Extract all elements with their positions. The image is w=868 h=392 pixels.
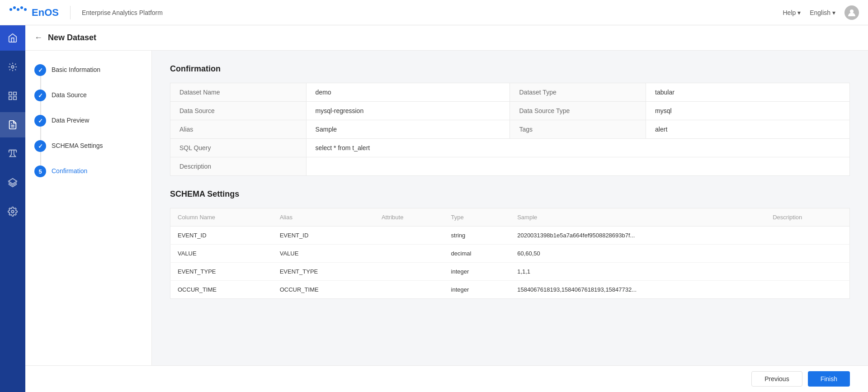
label-alias: Alias <box>170 120 307 139</box>
step-connector-4 <box>40 152 41 165</box>
page-footer: Previous Finish <box>25 365 868 392</box>
previous-button[interactable]: Previous <box>751 371 802 387</box>
schema-table-body: EVENT_IDEVENT_IDstring2020031398b1e5a7a6… <box>170 227 850 299</box>
top-nav-right: Help ▾ English ▾ <box>783 5 859 20</box>
col-header-sample: Sample <box>510 208 765 227</box>
label-dataset-type: Dataset Type <box>510 83 646 102</box>
svg-point-2 <box>17 8 19 11</box>
cell-column_name: OCCUR_TIME <box>170 281 273 299</box>
page-container: ← New Dataset ✓ Basic Information ✓ Data… <box>25 25 868 392</box>
table-row: SQL Query select * from t_alert <box>170 139 850 157</box>
schema-title: SCHEMA Settings <box>170 189 850 199</box>
page-title: New Dataset <box>48 33 96 43</box>
label-tags: Tags <box>510 120 646 139</box>
table-row: VALUEVALUEdecimal60,60,50 <box>170 245 850 263</box>
svg-rect-8 <box>14 92 16 95</box>
value-sql-query: select * from t_alert <box>306 139 849 157</box>
cell-attribute <box>374 227 444 245</box>
cell-sample: 60,60,50 <box>510 245 765 263</box>
svg-rect-7 <box>9 92 12 95</box>
top-nav: EnOS Enterprise Analytics Platform Help … <box>0 0 868 25</box>
table-row: OCCUR_TIMEOCCUR_TIMEinteger1584067618193… <box>170 281 850 299</box>
table-row: Data Source mysql-regression Data Source… <box>170 102 850 120</box>
sidebar-icon-analytics[interactable] <box>0 54 25 80</box>
step-label-5: Confirmation <box>52 165 87 175</box>
step-5: 5 Confirmation <box>34 165 142 177</box>
value-dataset-name: demo <box>306 83 510 102</box>
cell-description <box>765 281 849 299</box>
step-2: ✓ Data Source <box>34 90 142 101</box>
sidebar-icon-settings[interactable] <box>0 199 25 224</box>
finish-button[interactable]: Finish <box>808 371 850 387</box>
table-row: Dataset Name demo Dataset Type tabular <box>170 83 850 102</box>
cell-sample: 1,1,1 <box>510 263 765 281</box>
step-label-4: SCHEMA Settings <box>52 140 103 149</box>
cell-description <box>765 245 849 263</box>
table-row: Alias Sample Tags alert <box>170 120 850 139</box>
table-row: Description <box>170 157 850 176</box>
cell-column_name: EVENT_TYPE <box>170 263 273 281</box>
svg-point-1 <box>13 6 16 9</box>
value-data-source: mysql-regression <box>306 102 510 120</box>
step-circle-2: ✓ <box>34 90 46 101</box>
sidebar-icon-lab[interactable] <box>0 141 25 166</box>
cell-column_name: VALUE <box>170 245 273 263</box>
logo-text: EnOS <box>32 7 59 19</box>
cell-alias: EVENT_TYPE <box>273 263 374 281</box>
content-area: ✓ Basic Information ✓ Data Source ✓ Data… <box>25 51 868 365</box>
step-label-3: Data Preview <box>52 115 89 124</box>
step-label-1: Basic Information <box>52 64 100 73</box>
step-1: ✓ Basic Information <box>34 64 142 76</box>
cell-attribute <box>374 245 444 263</box>
sidebar-icon-dataset[interactable] <box>0 112 25 137</box>
steps-sidebar: ✓ Basic Information ✓ Data Source ✓ Data… <box>25 51 152 365</box>
cell-type: integer <box>444 281 510 299</box>
step-connector-1 <box>40 76 41 90</box>
help-menu[interactable]: Help ▾ <box>783 9 801 16</box>
step-3: ✓ Data Preview <box>34 115 142 127</box>
platform-title: Enterprise Analytics Platform <box>82 9 163 16</box>
svg-point-5 <box>850 9 854 13</box>
step-circle-1: ✓ <box>34 64 46 76</box>
step-label-2: Data Source <box>52 90 87 99</box>
cell-column_name: EVENT_ID <box>170 227 273 245</box>
svg-point-6 <box>11 66 14 68</box>
step-connector-2 <box>40 101 41 115</box>
step-4: ✓ SCHEMA Settings <box>34 140 142 152</box>
header-row: Column Name Alias Attribute Type Sample … <box>170 208 850 227</box>
back-button[interactable]: ← <box>34 33 42 43</box>
col-header-column-name: Column Name <box>170 208 273 227</box>
table-row: EVENT_TYPEEVENT_TYPEinteger1,1,1 <box>170 263 850 281</box>
step-circle-5: 5 <box>34 165 46 177</box>
label-dataset-name: Dataset Name <box>170 83 307 102</box>
sidebar-icon-dashboard[interactable] <box>0 83 25 109</box>
label-description: Description <box>170 157 307 176</box>
logo-dots <box>9 6 27 19</box>
cell-type: integer <box>444 263 510 281</box>
table-row: EVENT_IDEVENT_IDstring2020031398b1e5a7a6… <box>170 227 850 245</box>
user-avatar[interactable] <box>844 5 859 20</box>
cell-sample: 2020031398b1e5a7a664fef9508828693b7f... <box>510 227 765 245</box>
logo-divider <box>70 6 71 19</box>
label-data-source-type: Data Source Type <box>510 102 646 120</box>
language-menu[interactable]: English ▾ <box>810 9 835 16</box>
cell-type: decimal <box>444 245 510 263</box>
step-circle-4: ✓ <box>34 140 46 152</box>
step-circle-3: ✓ <box>34 115 46 127</box>
svg-point-0 <box>9 8 12 11</box>
col-header-alias: Alias <box>273 208 374 227</box>
step-connector-3 <box>40 127 41 140</box>
page-header: ← New Dataset <box>25 25 868 51</box>
sidebar-icon-layers[interactable] <box>0 170 25 195</box>
sidebar-icon-home[interactable] <box>0 25 25 51</box>
cell-attribute <box>374 281 444 299</box>
col-header-description: Description <box>765 208 849 227</box>
cell-type: string <box>444 227 510 245</box>
cell-description <box>765 227 849 245</box>
logo: EnOS Enterprise Analytics Platform <box>9 6 163 19</box>
svg-rect-10 <box>14 97 16 99</box>
main-content: Confirmation Dataset Name demo Dataset T… <box>152 51 868 365</box>
main-layout: ← New Dataset ✓ Basic Information ✓ Data… <box>0 25 868 392</box>
value-alias: Sample <box>306 120 510 139</box>
col-header-attribute: Attribute <box>374 208 444 227</box>
